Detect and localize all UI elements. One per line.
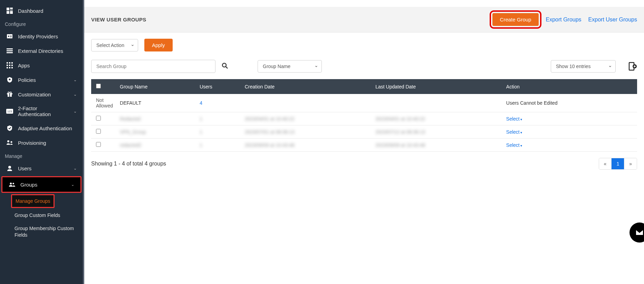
shield-icon xyxy=(6,76,13,83)
sidebar-item-policies[interactable]: Policies ⌄ xyxy=(0,73,83,87)
create-group-button[interactable]: Create Group xyxy=(492,13,539,26)
svg-rect-3 xyxy=(7,11,9,14)
apply-button[interactable]: Apply xyxy=(144,39,173,51)
svg-point-34 xyxy=(222,63,226,67)
row-checkbox-disabled: Not Allowed xyxy=(91,94,116,112)
chevron-down-icon: ⌄ xyxy=(74,109,77,114)
show-entries-dropdown[interactable]: Show 10 entries xyxy=(551,60,616,73)
svg-rect-24 xyxy=(9,93,10,97)
table-row: redacted212023/09/09 at 10:43:482023/09/… xyxy=(91,139,637,152)
cell-users: 1 xyxy=(196,112,241,125)
sidebar-item-label: External Directories xyxy=(18,48,63,54)
cell-created: 2023/04/01 at 10:40:22 xyxy=(241,112,372,125)
manage-heading: Manage xyxy=(0,150,83,161)
sidebar-item-groups[interactable]: Groups ⌄ xyxy=(1,176,81,193)
col-action: Action xyxy=(503,79,637,94)
svg-rect-18 xyxy=(7,67,8,68)
svg-rect-20 xyxy=(11,67,13,68)
table-header-row: Group Name Users Creation Date Last Upda… xyxy=(91,79,637,94)
sidebar-item-apps[interactable]: Apps xyxy=(0,58,83,73)
chevron-down-icon: ⌄ xyxy=(74,92,77,97)
search-icon[interactable] xyxy=(222,63,228,70)
sidebar-item-identity-providers[interactable]: Identity Providers xyxy=(0,29,83,44)
search-input[interactable] xyxy=(91,60,215,73)
cell-group-name: DEFAULT xyxy=(116,94,196,112)
page-current[interactable]: 1 xyxy=(612,158,624,169)
cell-created xyxy=(241,94,372,112)
sidebar-item-customization[interactable]: Customization ⌄ xyxy=(0,87,83,102)
configure-heading: Configure xyxy=(0,18,83,29)
users-link[interactable]: 4 xyxy=(200,100,202,106)
page-prev[interactable]: « xyxy=(599,158,612,169)
page-header: VIEW USER GROUPS Create Group Export Gro… xyxy=(84,7,644,32)
group-icon xyxy=(9,181,16,188)
cell-action: Users Cannot be Edited xyxy=(503,94,637,112)
row-checkbox[interactable] xyxy=(96,142,101,147)
provisioning-icon xyxy=(6,139,13,146)
cell-created: 2023/07/01 at 08:36:13 xyxy=(241,125,372,139)
select-all-checkbox[interactable] xyxy=(96,84,101,88)
svg-point-26 xyxy=(10,92,11,93)
select-action-dropdown[interactable]: Select Action xyxy=(91,39,138,51)
sidebar-item-provisioning[interactable]: Provisioning xyxy=(0,135,83,150)
cell-created: 2023/09/09 at 10:43:48 xyxy=(241,139,372,152)
row-select-action[interactable]: Select xyxy=(506,116,522,122)
svg-line-35 xyxy=(226,67,228,68)
cell-users: 4 xyxy=(196,94,241,112)
sidebar-item-label: Apps xyxy=(18,63,30,68)
svg-point-30 xyxy=(11,141,12,143)
table-footer: Showing 1 - 4 of total 4 groups « 1 » xyxy=(91,152,637,170)
content-area: Select Action Apply Group Name xyxy=(84,32,644,176)
svg-rect-7 xyxy=(10,36,12,36)
sidebar-sub-manage-groups[interactable]: Manage Groups xyxy=(11,194,55,208)
svg-rect-2 xyxy=(10,10,13,10)
export-user-groups-link[interactable]: Export User Groups xyxy=(588,17,637,23)
page-next[interactable]: » xyxy=(624,158,637,169)
row-checkbox[interactable] xyxy=(96,116,101,121)
list-icon xyxy=(6,47,13,54)
cell-updated: 2023/09/09 at 10:43:48 xyxy=(372,139,503,152)
add-column-icon[interactable] xyxy=(628,62,637,71)
svg-rect-0 xyxy=(7,8,9,10)
sidebar-item-label: Policies xyxy=(18,77,36,83)
svg-rect-8 xyxy=(10,37,12,37)
sidebar-sub-group-custom-fields[interactable]: Group Custom Fields xyxy=(0,209,83,222)
row-select-action[interactable]: Select xyxy=(506,129,522,135)
cell-updated xyxy=(372,94,503,112)
sidebar-item-label: Groups xyxy=(20,182,37,188)
123-icon: 123 xyxy=(6,108,13,115)
svg-point-25 xyxy=(8,92,9,93)
sidebar-item-label: Customization xyxy=(18,92,51,97)
sidebar-sub-group-membership-custom-fields[interactable]: Group Membership Custom Fields xyxy=(0,222,83,241)
export-groups-link[interactable]: Export Groups xyxy=(546,17,581,23)
sidebar-item-2fa[interactable]: 123 2-Factor Authentication ⌄ xyxy=(0,102,83,121)
svg-point-21 xyxy=(9,79,11,81)
cell-group-name: VPN_Group xyxy=(116,125,196,139)
page-title: VIEW USER GROUPS xyxy=(91,17,146,22)
chevron-down-icon: ⌄ xyxy=(74,166,77,171)
row-checkbox[interactable] xyxy=(96,129,101,134)
apps-icon xyxy=(6,62,13,69)
sidebar-item-users[interactable]: Users ⌄ xyxy=(0,161,83,176)
svg-rect-17 xyxy=(11,65,13,66)
svg-rect-9 xyxy=(7,48,13,49)
svg-rect-14 xyxy=(11,62,13,64)
user-icon xyxy=(6,165,13,172)
svg-text:123: 123 xyxy=(7,110,12,113)
filter-toolbar: Group Name Show 10 entries xyxy=(91,60,637,73)
svg-rect-4 xyxy=(10,11,13,14)
sidebar-item-external-directories[interactable]: External Directories xyxy=(0,44,83,58)
filter-by-dropdown[interactable]: Group Name xyxy=(258,60,322,73)
svg-rect-19 xyxy=(9,67,10,68)
cell-group-name: Redacted xyxy=(116,112,196,125)
svg-point-32 xyxy=(10,183,12,184)
chevron-down-icon: ⌄ xyxy=(74,78,77,82)
sidebar: Dashboard Configure Identity Providers E… xyxy=(0,0,84,284)
row-select-action[interactable]: Select xyxy=(506,142,522,148)
check-shield-icon xyxy=(6,125,13,132)
sidebar-item-adaptive-auth[interactable]: Adaptive Authentication xyxy=(0,121,83,135)
id-icon xyxy=(6,33,13,40)
col-last-updated: Last Updated Date xyxy=(372,79,503,94)
table-row: Redacted12023/04/01 at 10:40:222023/04/0… xyxy=(91,112,637,125)
sidebar-item-dashboard[interactable]: Dashboard xyxy=(0,3,83,18)
